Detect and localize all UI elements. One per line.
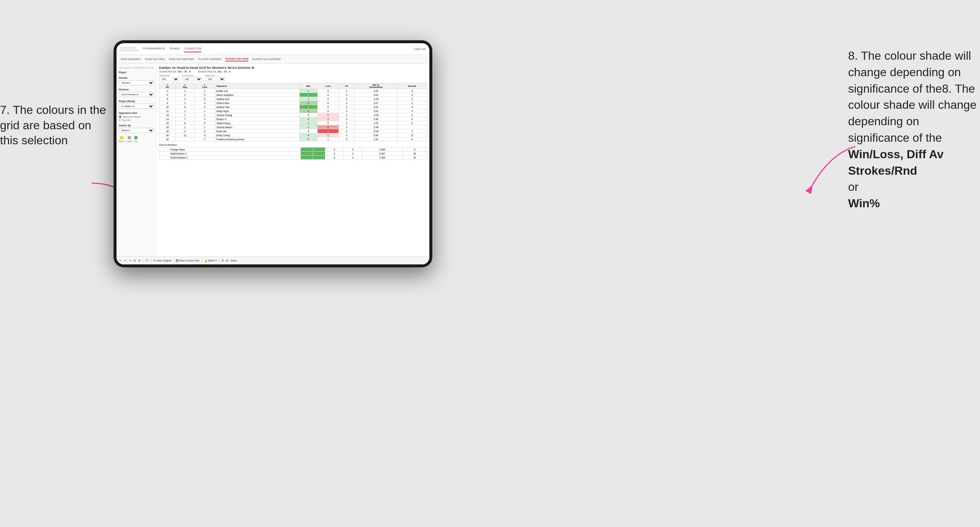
cell-diff: 3.67 bbox=[355, 101, 398, 105]
cell-tie: 1 bbox=[339, 89, 355, 93]
filter-opponent: Opponent (All) bbox=[205, 75, 225, 81]
table-header-row: #Div #Reg #Conf Opponent Win Loss Tie Di… bbox=[159, 83, 427, 89]
export-btn[interactable]: ⬇ bbox=[222, 259, 224, 262]
sub-nav-team-h2h-grid[interactable]: TEAM H2H GRID bbox=[145, 57, 165, 61]
cell-win: 1 bbox=[299, 89, 318, 93]
col-opponent: Opponent bbox=[215, 83, 299, 89]
toolbar-divider-2 bbox=[151, 259, 151, 263]
legend-down: Down bbox=[119, 136, 124, 143]
division-select[interactable]: NCAA Division III bbox=[119, 92, 154, 97]
col-loss: Loss bbox=[318, 83, 339, 89]
cell-rounds: 4 bbox=[397, 121, 427, 125]
cell-opponent: Emily Chang bbox=[215, 133, 299, 137]
nav-item-committee[interactable]: COMMITTEE bbox=[184, 45, 202, 52]
clock-icon[interactable]: ⏱ bbox=[145, 259, 148, 262]
cell-diff: -1.00 bbox=[355, 97, 398, 101]
cell-opponent: Euna Lee bbox=[215, 129, 299, 133]
filter-opponents-label: Opponents: bbox=[159, 75, 179, 76]
toolbar-divider-3 bbox=[173, 259, 173, 263]
overall-record: Overall Record: 353 - 34 - 6 bbox=[159, 70, 191, 73]
redo-icon[interactable]: ↩ bbox=[124, 259, 127, 262]
cell-reg: 8 bbox=[176, 121, 194, 125]
watch-btn[interactable]: 🔔 Watch ▾ bbox=[204, 259, 217, 262]
cell-win: 1 bbox=[299, 109, 318, 113]
sub-nav-team-summary[interactable]: TEAM SUMMARY bbox=[120, 57, 141, 61]
colour-dot-level bbox=[127, 136, 131, 140]
filter-opponent-select[interactable]: (All) bbox=[205, 77, 225, 81]
filter-opponents-select[interactable]: (All) bbox=[159, 77, 179, 81]
opponent-view-section: Opponent view Opponents Played Top 100 bbox=[119, 112, 154, 121]
col-tie: Tie bbox=[339, 83, 355, 89]
paste-icon[interactable]: ⊕ bbox=[138, 259, 141, 262]
cell-div: 18 bbox=[159, 129, 176, 133]
cell-rounds: 2 bbox=[397, 97, 427, 101]
cell-rounds: 11 bbox=[397, 133, 427, 137]
out-of-division-table: Foreign Team 1 0 0 4.500 2 NAIA Division… bbox=[159, 147, 427, 160]
cell-loss: 0 bbox=[318, 121, 339, 125]
cell-diff: 0.38 bbox=[355, 117, 398, 121]
radio-opponents-played[interactable]: Opponents Played bbox=[119, 115, 154, 118]
cell-tie: 0 bbox=[339, 93, 355, 97]
cell-div: 3 bbox=[159, 89, 176, 93]
cell-reg: 1 bbox=[176, 113, 194, 117]
cell-win: 1 bbox=[299, 125, 318, 129]
filter-conference-select[interactable]: (All) bbox=[182, 77, 202, 81]
sub-nav-player-summary[interactable]: PLAYER SUMMARY bbox=[198, 57, 222, 61]
nav-item-tournaments[interactable]: TOURNAMENTS bbox=[143, 45, 165, 52]
cell-div: 20 bbox=[159, 137, 176, 141]
table-row: 15 8 5 Stella Cheng 1 0 0 1.25 4 bbox=[159, 121, 427, 125]
division-section: Division NCAA Division III bbox=[119, 88, 154, 97]
cell-tie: 0 bbox=[344, 156, 362, 160]
cell-rounds: 3 bbox=[397, 93, 427, 97]
col-conf: #Conf bbox=[194, 83, 215, 89]
cell-div: 10 bbox=[159, 105, 176, 109]
sub-nav-team-h2h-heatmap[interactable]: TEAM H2H HEATMAP bbox=[169, 57, 194, 61]
cell-rounds: 2 bbox=[397, 129, 427, 133]
radio-dot-top100 bbox=[119, 119, 121, 121]
undo-icon[interactable]: ↩ bbox=[119, 259, 122, 262]
colour-by-section: Colour by Win/loss bbox=[119, 124, 154, 133]
cell-div: 9 bbox=[159, 101, 176, 105]
colour-by-label: Colour by bbox=[119, 124, 154, 127]
chevron-down-icon: ▾ bbox=[215, 259, 217, 262]
gender-select[interactable]: Women's bbox=[119, 80, 154, 85]
cell-win: 1 bbox=[299, 97, 318, 101]
col-diff: Diff AvStrokes/Rnd bbox=[355, 83, 398, 89]
colour-by-select[interactable]: Win/loss bbox=[119, 128, 154, 133]
sidebar: Last Updated: 27/03/2024 16:55:38 Player… bbox=[116, 64, 157, 256]
filter-conference: Conference (All) bbox=[182, 75, 202, 81]
annotation-winpct: Win% bbox=[848, 197, 880, 210]
radio-top100[interactable]: Top 100 bbox=[119, 119, 154, 121]
gender-label: Gender bbox=[119, 76, 154, 79]
cell-loss: 0 bbox=[318, 89, 339, 93]
table-row: 6 3 3 Sydney Kuo 1 0 0 -1.00 2 bbox=[159, 97, 427, 101]
sub-nav-player-h2h-grid[interactable]: PLAYER H2H GRID bbox=[225, 57, 248, 62]
save-custom-btn[interactable]: 💾 Save Custom View bbox=[176, 259, 200, 262]
bottom-toolbar: ↩ ↩ ↪ ⧉ ⊕ ⏱ 👁 View: Original 💾 Save Cust… bbox=[116, 256, 430, 264]
legend-level: Level bbox=[126, 136, 132, 143]
cell-conf: 1 bbox=[194, 89, 215, 93]
player-rank-select[interactable]: 8. Katelyn Vo bbox=[119, 104, 154, 109]
cell-conf: 1 bbox=[194, 109, 215, 113]
view-original-btn[interactable]: 👁 View: Original bbox=[153, 259, 171, 262]
share-btn[interactable]: Share bbox=[231, 259, 237, 262]
copy-icon[interactable]: ⧉ bbox=[134, 259, 136, 263]
cell-div: 13 bbox=[159, 113, 176, 117]
undo2-icon[interactable]: ↪ bbox=[129, 259, 132, 262]
cell-win: 2 bbox=[299, 117, 318, 121]
cell-label: NAIA Division 1 bbox=[159, 152, 301, 156]
sub-nav-player-h2h-heatmap[interactable]: PLAYER H2H HEATMAP bbox=[252, 57, 281, 61]
share-icon-btn[interactable]: ⊞ bbox=[226, 259, 228, 262]
table-row: 14 7 4 Eunice Yi 2 2 0 0.38 9 bbox=[159, 117, 427, 121]
cell-opponent: Federica Domecq Lacroze bbox=[215, 137, 299, 141]
annotation-win-loss: Win/Loss, Diff Av Strokes/Rnd bbox=[848, 148, 943, 177]
cell-conf: 4 bbox=[194, 117, 215, 121]
cell-rounds bbox=[397, 125, 427, 129]
cell-reg: 1 bbox=[176, 125, 194, 129]
cell-diff: 4.500 bbox=[362, 148, 402, 152]
cell-opponent: Sydney Kuo bbox=[215, 97, 299, 101]
cell-tie: 0 bbox=[339, 129, 355, 133]
nav-sign-out[interactable]: | Sign out bbox=[413, 47, 426, 51]
nav-item-teams[interactable]: TEAMS bbox=[170, 45, 180, 52]
table-row: 18 2 2 Euna Lee 0 1 0 -5.00 2 bbox=[159, 129, 427, 133]
